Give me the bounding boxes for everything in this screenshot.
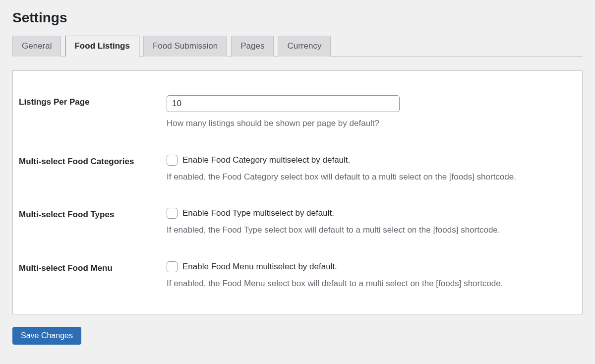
tab-pages[interactable]: Pages	[231, 36, 274, 57]
checkbox-row-types: Enable Food Type multiselect by default.	[167, 208, 577, 219]
help-multi-categories: If enabled, the Food Category select box…	[167, 171, 577, 183]
control-multi-categories: Enable Food Category multiselect by defa…	[167, 155, 577, 183]
listings-per-page-input[interactable]	[167, 95, 400, 112]
tab-food-listings[interactable]: Food Listings	[65, 36, 139, 57]
label-multi-categories: Multi-select Food Categories	[18, 155, 167, 167]
multi-categories-checkbox[interactable]	[167, 155, 178, 166]
multi-menu-checkbox-label: Enable Food Menu multiselect by default.	[182, 262, 337, 272]
label-multi-types: Multi-select Food Types	[18, 208, 167, 220]
tab-food-submission[interactable]: Food Submission	[143, 36, 227, 57]
help-listings-per-page: How many listings should be shown per pa…	[167, 117, 577, 130]
tab-general[interactable]: General	[12, 36, 61, 57]
row-multi-categories: Multi-select Food Categories Enable Food…	[18, 148, 577, 190]
checkbox-row-categories: Enable Food Category multiselect by defa…	[167, 155, 577, 166]
help-multi-types: If enabled, the Food Type select box wil…	[167, 224, 577, 237]
control-multi-menu: Enable Food Menu multiselect by default.…	[167, 261, 577, 290]
row-listings-per-page: Listings Per Page How many listings shou…	[18, 88, 577, 137]
control-listings-per-page: How many listings should be shown per pa…	[167, 95, 577, 130]
page-title: Settings	[12, 10, 583, 26]
label-listings-per-page: Listings Per Page	[18, 95, 167, 107]
checkbox-row-menu: Enable Food Menu multiselect by default.	[167, 261, 577, 272]
multi-categories-checkbox-label: Enable Food Category multiselect by defa…	[182, 155, 350, 165]
label-multi-menu: Multi-select Food Menu	[18, 261, 167, 273]
tabs-nav: General Food Listings Food Submission Pa…	[12, 36, 583, 57]
settings-panel: Listings Per Page How many listings shou…	[12, 70, 583, 314]
control-multi-types: Enable Food Type multiselect by default.…	[167, 208, 577, 237]
row-multi-menu: Multi-select Food Menu Enable Food Menu …	[18, 254, 577, 297]
tab-currency[interactable]: Currency	[278, 36, 331, 57]
save-changes-button[interactable]: Save Changes	[12, 327, 81, 345]
help-multi-menu: If enabled, the Food Menu select box wil…	[167, 277, 577, 290]
multi-types-checkbox-label: Enable Food Type multiselect by default.	[182, 208, 334, 218]
multi-types-checkbox[interactable]	[167, 208, 178, 219]
row-multi-types: Multi-select Food Types Enable Food Type…	[18, 201, 577, 243]
multi-menu-checkbox[interactable]	[167, 261, 178, 272]
